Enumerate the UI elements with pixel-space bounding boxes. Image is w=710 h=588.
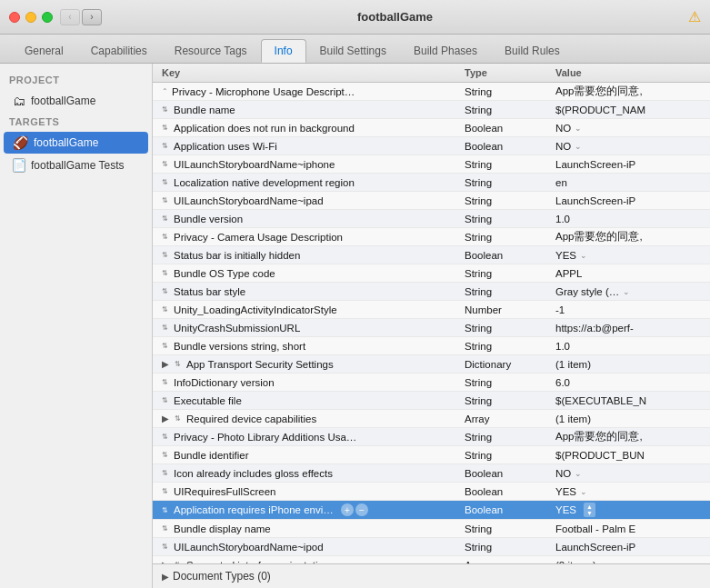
expand-arrow-2[interactable]: ▶ bbox=[162, 414, 169, 424]
table-row[interactable]: ⇅Icon already includes gloss effects Boo… bbox=[153, 464, 710, 483]
traffic-lights bbox=[9, 12, 53, 23]
table-row[interactable]: ⇅Bundle display name String Football - P… bbox=[153, 520, 710, 538]
main-layout: PROJECT 🗂 footballGame TARGETS 🏈 footbal… bbox=[0, 64, 710, 588]
table-row[interactable]: ⇅UnityCrashSubmissionURL String https://… bbox=[153, 319, 710, 337]
warning-icon: ⚠ bbox=[688, 8, 701, 25]
table-row[interactable]: ⇅Privacy - Photo Library Additions Usa… … bbox=[153, 428, 710, 446]
maximize-button[interactable] bbox=[42, 12, 53, 23]
table-row[interactable]: ⇅Bundle version String 1.0 bbox=[153, 210, 710, 228]
document-types-label: Document Types (0) bbox=[173, 570, 271, 583]
col-key: Key bbox=[162, 67, 465, 78]
tab-build-phases[interactable]: Build Phases bbox=[400, 39, 491, 63]
table-row[interactable]: ⇅Bundle versions string, short String 1.… bbox=[153, 337, 710, 355]
add-row-button[interactable]: + bbox=[341, 503, 354, 516]
value-dropdown[interactable]: ▲ ▼ bbox=[584, 503, 595, 517]
nav-arrows: ‹ › bbox=[60, 9, 102, 25]
bottom-section: ▶ Document Types (0) bbox=[153, 563, 710, 588]
close-button[interactable] bbox=[9, 12, 20, 23]
table-row[interactable]: ⇅Status bar is initially hidden Boolean … bbox=[153, 246, 710, 264]
titlebar: ‹ › footballGame ⚠ bbox=[0, 0, 710, 35]
forward-button[interactable]: › bbox=[82, 9, 102, 25]
table-row[interactable]: ⇅UILaunchStoryboardName~ipod String Laun… bbox=[153, 538, 710, 556]
tab-general[interactable]: General bbox=[11, 39, 77, 63]
sidebar-item-footballgame[interactable]: 🏈 footballGame bbox=[4, 132, 148, 154]
tab-capabilities[interactable]: Capabilities bbox=[77, 39, 161, 63]
table-row-supported-orientations[interactable]: ▶ ⇅ Supported interface orientations Arr… bbox=[153, 556, 710, 563]
col-value: Value bbox=[555, 67, 701, 78]
minimize-button[interactable] bbox=[25, 12, 36, 23]
table-row-selected[interactable]: ⇅ Application requires iPhone envi… + − … bbox=[153, 501, 710, 520]
table-row[interactable]: ⇅ Bundle name String $(PRODUCT_NAM bbox=[153, 101, 710, 119]
table-row[interactable]: ⇅Unity_LoadingActivityIndicatorStyle Num… bbox=[153, 301, 710, 319]
tab-build-rules[interactable]: Build Rules bbox=[491, 39, 574, 63]
table-row[interactable]: ⇅Executable file String $(EXECUTABLE_N bbox=[153, 392, 710, 410]
tab-build-settings[interactable]: Build Settings bbox=[306, 39, 400, 63]
sidebar: PROJECT 🗂 footballGame TARGETS 🏈 footbal… bbox=[0, 64, 153, 588]
content-area: Key Type Value ⌃ Privacy - Microphone Us… bbox=[153, 64, 710, 588]
table-row[interactable]: ⇅Application does not run in background … bbox=[153, 119, 710, 137]
tab-info[interactable]: Info bbox=[261, 39, 306, 63]
table-row[interactable]: ⇅Application uses Wi-Fi Boolean NO ⌄ bbox=[153, 137, 710, 155]
col-type: Type bbox=[465, 67, 555, 78]
document-types-arrow: ▶ bbox=[162, 572, 169, 582]
sidebar-item-footballgame-tests[interactable]: 📄 footballGame Tests bbox=[4, 154, 148, 176]
table-row[interactable]: ⇅Bundle OS Type code String APPL bbox=[153, 264, 710, 283]
row-stepper-up[interactable]: ⌃ bbox=[162, 88, 168, 95]
table-row-required-capabilities[interactable]: ▶ ⇅ Required device capabilities Array (… bbox=[153, 410, 710, 428]
table-row[interactable]: ⇅InfoDictionary version String 6.0 bbox=[153, 374, 710, 392]
tab-resource-tags[interactable]: Resource Tags bbox=[161, 39, 261, 63]
sidebar-target-label-0: footballGame bbox=[34, 136, 98, 149]
sidebar-project-label: footballGame bbox=[31, 95, 95, 107]
sidebar-target-label-1: footballGame Tests bbox=[31, 159, 125, 172]
table-row[interactable]: ⇅UILaunchStoryboardName~ipad String Laun… bbox=[153, 192, 710, 210]
table-row[interactable]: ⌃ Privacy - Microphone Usage Descript… S… bbox=[153, 83, 710, 101]
table-row[interactable]: ⇅Status bar style String Gray style (… ⌄ bbox=[153, 283, 710, 301]
tabbar: General Capabilities Resource Tags Info … bbox=[0, 35, 710, 64]
project-section-label: PROJECT bbox=[0, 71, 152, 89]
window-title: footballGame bbox=[109, 10, 681, 24]
table-scroll[interactable]: ⌃ Privacy - Microphone Usage Descript… S… bbox=[153, 83, 710, 563]
remove-row-button[interactable]: − bbox=[355, 503, 368, 516]
table-row[interactable]: ⇅UILaunchStoryboardName~iphone String La… bbox=[153, 155, 710, 174]
table-row[interactable]: ⇅UIRequiresFullScreen Boolean YES ⌄ bbox=[153, 483, 710, 501]
document-types-row[interactable]: ▶ Document Types (0) bbox=[162, 570, 701, 583]
table-row[interactable]: ⇅Privacy - Camera Usage Description Stri… bbox=[153, 228, 710, 246]
table-row[interactable]: ⇅Localization native development region … bbox=[153, 174, 710, 192]
targets-section-label: TARGETS bbox=[0, 113, 152, 131]
table-row[interactable]: ⇅Bundle identifier String $(PRODUCT_BUN bbox=[153, 446, 710, 464]
expand-arrow[interactable]: ▶ bbox=[162, 359, 169, 369]
table-row-app-transport[interactable]: ▶ ⇅ App Transport Security Settings Dict… bbox=[153, 355, 710, 374]
back-button[interactable]: ‹ bbox=[60, 9, 80, 25]
sidebar-item-project[interactable]: 🗂 footballGame bbox=[4, 90, 148, 112]
table-header: Key Type Value bbox=[153, 64, 710, 83]
